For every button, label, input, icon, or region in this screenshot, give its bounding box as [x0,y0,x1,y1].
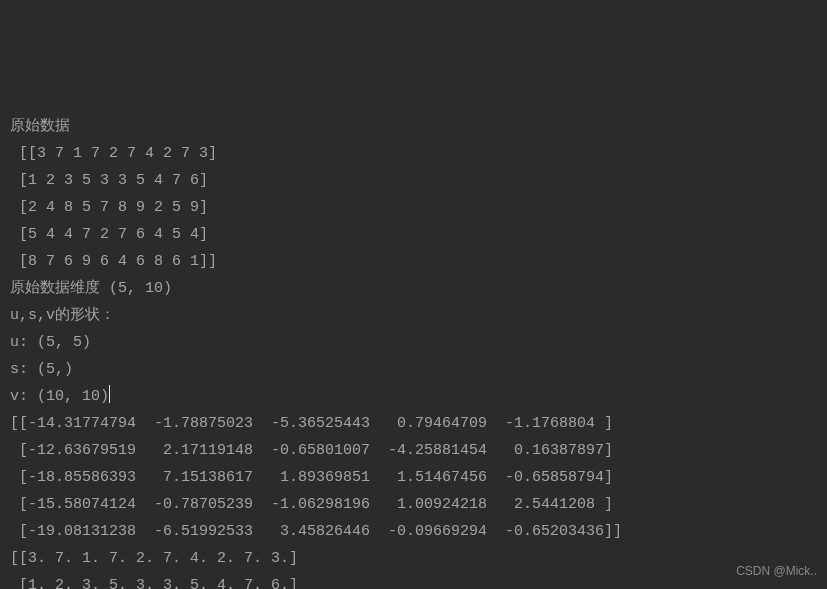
output-line: [[-14.31774794 -1.78875023 -5.36525443 0… [10,410,817,437]
output-line: [-12.63679519 2.17119148 -0.65801007 -4.… [10,437,817,464]
output-line: 原始数据 [10,113,817,140]
output-line: [[3. 7. 1. 7. 2. 7. 4. 2. 7. 3.] [10,545,817,572]
output-line: [1 2 3 5 3 3 5 4 7 6] [10,167,817,194]
output-line: [-15.58074124 -0.78705239 -1.06298196 1.… [10,491,817,518]
terminal-output: 原始数据 [[3 7 1 7 2 7 4 2 7 3] [1 2 3 5 3 3… [10,113,817,589]
output-line: [5 4 4 7 2 7 6 4 5 4] [10,221,817,248]
output-line: [-18.85586393 7.15138617 1.89369851 1.51… [10,464,817,491]
output-line: [8 7 6 9 6 4 6 8 6 1]] [10,248,817,275]
watermark-text: CSDN @Mick.. [736,558,817,585]
output-line: [1. 2. 3. 5. 3. 3. 5. 4. 7. 6.] [10,572,817,589]
output-line: s: (5,) [10,356,817,383]
output-line: 原始数据维度 (5, 10) [10,275,817,302]
output-line: [-19.08131238 -6.51992533 3.45826446 -0.… [10,518,817,545]
output-line: [[3 7 1 7 2 7 4 2 7 3] [10,140,817,167]
output-line: u,s,v的形状： [10,302,817,329]
output-line: u: (5, 5) [10,329,817,356]
text-cursor [109,385,110,403]
output-line: v: (10, 10) [10,383,817,410]
output-line: [2 4 8 5 7 8 9 2 5 9] [10,194,817,221]
